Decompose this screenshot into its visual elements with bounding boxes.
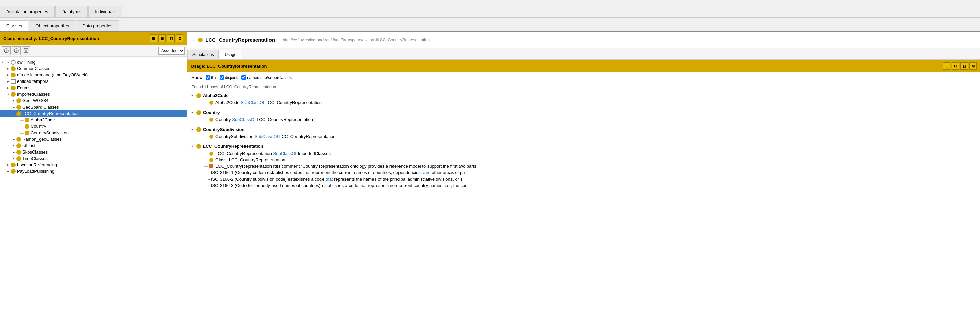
tab-individuals[interactable]: Individuals [89,6,122,17]
tab-classes[interactable]: Classes [0,20,29,31]
tree-circle-yellow [16,156,21,161]
icon-btn-4[interactable]: ⊠ [176,35,183,42]
subclassof-link[interactable]: SubClassOf [232,117,255,122]
show-label: Show: [191,75,204,80]
svg-text:+: + [5,49,8,53]
tree-circle-yellow [25,131,29,135]
tree-node-ramon-geo[interactable]: ▸ Ramon_geoClasses [0,136,187,142]
tree-circle-yellow [11,169,16,174]
tree-circle-yellow [16,143,21,148]
class-hierarchy-header: Class hierarchy: LCC_CountryRepresentati… [0,32,187,45]
class-tree[interactable]: ▾ ▾ owl:Thing ▸ CommonClasses ▸ día de l… [0,57,187,326]
header-icons: ⊞ ⊟ ◧ ⊠ [150,35,183,42]
hamburger-icon[interactable]: ≡ [191,37,194,43]
usage-group-country-subdivision: ▾ CountrySubdivision └─ CountrySubdivisi… [191,127,976,140]
tab-annotation-properties[interactable]: Annotation properties [0,6,55,17]
subclassof-link[interactable]: SubClassOf [273,151,296,156]
tree-circle-yellow [16,150,21,155]
tree-circle-yellow [16,98,21,103]
subclassof-link[interactable]: SubClassOf [241,100,264,105]
tree-circle-yellow [11,163,16,168]
usage-group-country: ▾ Country └─ Country SubClassOf LCC_Coun… [191,110,976,123]
tree-node-owl-thing[interactable]: ▾ ▾ owl:Thing [0,59,187,65]
tree-node-geo-wgs84[interactable]: ▸ Geo_WGS84 [0,97,187,104]
usage-item: - ISO 3166-3 (Code for formerly used nam… [208,182,976,189]
add-subclass-button[interactable]: +⬇ [12,46,21,55]
tree-node-payload-publishing[interactable]: ▸ PayLoadPublishing [0,168,187,174]
delete-class-button[interactable] [22,46,30,55]
tree-circle-yellow [11,73,16,77]
main-content: Class hierarchy: LCC_CountryRepresentati… [0,32,980,326]
left-panel: Class hierarchy: LCC_CountryRepresentati… [0,32,188,326]
entity-url: — http://cef.uv.es/lodroadtran18/def/tra… [278,38,430,42]
tree-node-rdf-list[interactable]: ▸ rdf:List [0,142,187,149]
icon-btn-3[interactable]: ◧ [167,35,175,42]
icon-btn-1[interactable]: ⊞ [150,35,157,42]
usage-item-rect-icon [209,165,213,168]
that-link-2[interactable]: that [326,177,333,182]
right-tab-bar: Annotations Usage [188,48,980,59]
right-panel: ≡ LCC_CountryRepresentation — http://cef… [188,32,980,326]
usage-item: └─ Country SubClassOf LCC_CountryReprese… [202,116,976,123]
usage-item: ├─ Class: LCC_CountryRepresentation [202,157,976,163]
usage-group-circle [196,144,201,149]
tree-circle-yellow [25,118,29,122]
usage-content[interactable]: ▾ Alpha2Code └─ Alpha2Code SubClassOf LC… [188,91,980,326]
checkbox-this[interactable]: this [206,75,218,80]
tree-node-lcc-country-representation[interactable]: ▾ LCC_CountryRepresentation [0,110,187,117]
tab-datatypes[interactable]: Datatypes [56,6,88,17]
tree-node-geosparql-classes[interactable]: ▸ GeoSparqlClasses [0,104,187,110]
usage-header: Usage: LCC_CountryRepresentation ⊞ ⊟ ◧ ⊠ [188,59,980,72]
tree-node-location-referencing[interactable]: ▸ LocationReferencing [0,161,187,168]
usage-item-circle [209,101,213,105]
usage-icon-btn-3[interactable]: ◧ [961,62,968,70]
tree-circle-yellow [11,92,16,97]
that-link-3[interactable]: that [359,183,367,188]
usage-item: ├─ LCC_CountryRepresentation rdfs:commen… [202,163,976,169]
and-link[interactable]: and [423,170,431,175]
tree-node-entidad-temporal[interactable]: ▸ entidad temporal [0,78,187,85]
usage-group-circle [196,110,201,115]
icon-btn-2[interactable]: ⊟ [158,35,166,42]
tree-toggle: ▾ [5,60,11,64]
usage-icon-btn-1[interactable]: ⊞ [943,62,950,70]
usage-item: - ISO 3166-2 (Country subdivision code) … [208,176,976,182]
tree-node-skos-classes[interactable]: ▸ SkosClasses [0,149,187,155]
usage-icon-btn-4[interactable]: ⊠ [969,62,977,70]
tree-node-country[interactable]: — Country [0,123,187,129]
that-link[interactable]: that [303,170,311,175]
tree-node-time-classes[interactable]: ▸ TimeClasses [0,155,187,161]
checkbox-named-sub-superclasses[interactable]: named sub/superclasses [242,75,292,80]
usage-item: - ISO 3166-1 (Country codes) establishes… [208,169,976,176]
usage-item-circle [209,158,213,162]
usage-header-icons: ⊞ ⊟ ◧ ⊠ [943,62,977,70]
checkbox-disjoints[interactable]: disjoints [220,75,239,80]
tab-data-properties[interactable]: Data properties [76,20,119,31]
tree-circle-yellow [11,66,16,71]
tree-icon-rect [11,79,16,84]
tree-node-country-subdivision[interactable]: — CountrySubdivision [0,129,187,136]
usage-item: └─ Alpha2Code SubClassOf LCC_CountryRepr… [202,99,976,106]
tree-circle-yellow [16,105,21,110]
tree-node-enums[interactable]: ▸ Enums [0,85,187,91]
usage-group-circle [196,93,201,98]
subclassof-link[interactable]: SubClassOf [255,134,278,139]
tree-circle-yellow [16,137,21,142]
tree-node-imported-classes[interactable]: ▾ ImportedClasses [0,91,187,97]
usage-item-circle [209,134,213,139]
top-tab-bar: Annotation properties Datatypes Individu… [0,0,980,18]
svg-text:+⬇: +⬇ [14,50,18,53]
usage-show-controls: Show: this disjoints named sub/superclas… [188,72,980,83]
tree-node-dia-semana[interactable]: ▸ día de la semana (time:DayOfWeek) [0,72,187,78]
usage-icon-btn-2[interactable]: ⊟ [951,62,959,70]
second-tab-bar: Classes Object properties Data propertie… [0,18,980,32]
tab-usage[interactable]: Usage [220,50,242,59]
tree-node-alpha2code[interactable]: — Alpha2Code [0,117,187,123]
asserted-dropdown[interactable]: Asserted Inferred [158,47,185,55]
tree-circle-yellow [25,124,29,129]
add-class-button[interactable]: + [2,46,11,55]
usage-found-text: Found 11 uses of LCC_CountryRepresentati… [188,83,980,91]
tab-annotations[interactable]: Annotations [188,50,219,59]
tab-object-properties[interactable]: Object properties [29,20,75,31]
tree-node-common-classes[interactable]: ▸ CommonClasses [0,65,187,72]
